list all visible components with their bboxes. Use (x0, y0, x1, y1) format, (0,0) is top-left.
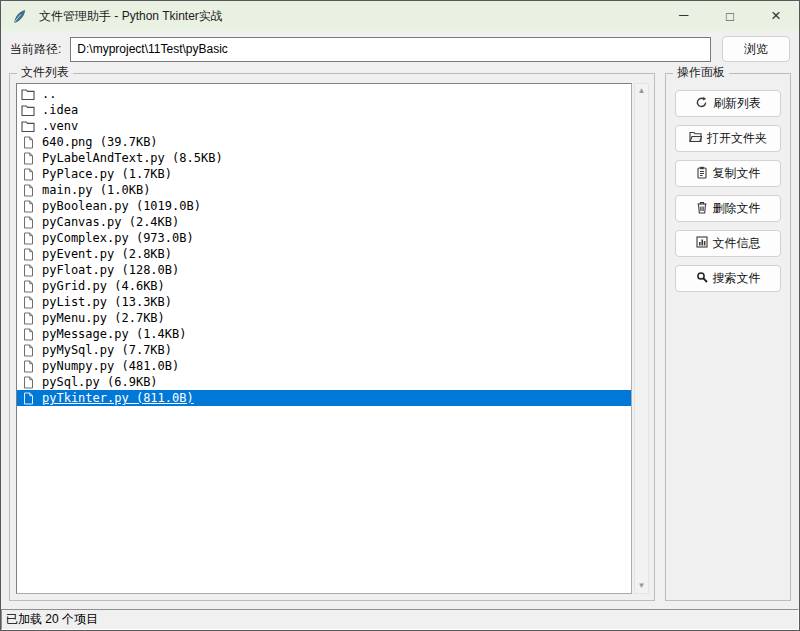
info-icon (696, 236, 708, 251)
file-icon (20, 136, 36, 149)
list-item-label: pyEvent.py (2.8KB) (42, 247, 172, 261)
list-item-label: .venv (42, 119, 78, 133)
file-icon (20, 296, 36, 309)
action-panel-title: 操作面板 (673, 65, 729, 80)
list-item-label: pyMenu.py (2.7KB) (42, 311, 165, 325)
file-icon (20, 216, 36, 229)
list-item[interactable]: pyBoolean.py (1019.0B) (17, 198, 631, 214)
path-input[interactable] (70, 37, 711, 62)
list-item-label: pyTkinter.py (811.0B) (42, 391, 194, 405)
list-item[interactable]: pyEvent.py (2.8KB) (17, 246, 631, 262)
minimize-button[interactable]: – (661, 1, 707, 31)
list-item[interactable]: .idea (17, 102, 631, 118)
action-panel-frame: 操作面板 刷新列表 打开文件夹 (665, 73, 791, 601)
refresh-icon (695, 96, 708, 112)
file-icon (20, 200, 36, 213)
main-content: 文件列表 ...idea.venv640.png (39.7KB)PyLabel… (9, 73, 791, 601)
list-item[interactable]: pyCanvas.py (2.4KB) (17, 214, 631, 230)
file-info-button[interactable]: 文件信息 (675, 230, 781, 257)
status-bar: 已加载 20 个项目 (1, 609, 799, 630)
maximize-button[interactable]: □ (707, 1, 753, 31)
python-feather-icon (12, 8, 28, 24)
window-controls: – □ × (661, 1, 799, 31)
file-icon (20, 232, 36, 245)
list-item-label: pyFloat.py (128.0B) (42, 263, 179, 277)
vertical-scrollbar[interactable]: ▲ ▼ (634, 83, 649, 594)
file-icon (20, 152, 36, 165)
list-item[interactable]: pyMySql.py (7.7KB) (17, 342, 631, 358)
file-icon (20, 264, 36, 277)
list-item-label: pyList.py (13.3KB) (42, 295, 172, 309)
file-icon (20, 168, 36, 181)
list-item[interactable]: pyMenu.py (2.7KB) (17, 310, 631, 326)
file-icon (20, 184, 36, 197)
search-file-button[interactable]: 搜索文件 (675, 265, 781, 292)
app-window: 文件管理助手 - Python Tkinter实战 – □ × 当前路径: 浏览… (0, 0, 800, 631)
list-item-label: PyPlace.py (1.7KB) (42, 167, 172, 181)
list-item-label: .. (42, 87, 56, 101)
list-item-label: pyBoolean.py (1019.0B) (42, 199, 201, 213)
list-item-label: pyCanvas.py (2.4KB) (42, 215, 179, 229)
list-item[interactable]: 640.png (39.7KB) (17, 134, 631, 150)
list-item[interactable]: pyGrid.py (4.6KB) (17, 278, 631, 294)
list-item-label: 640.png (39.7KB) (42, 135, 158, 149)
open-folder-icon (689, 131, 702, 146)
file-icon (20, 328, 36, 341)
list-item[interactable]: pyNumpy.py (481.0B) (17, 358, 631, 374)
list-item[interactable]: PyLabelAndText.py (8.5KB) (17, 150, 631, 166)
list-item-label: pyComplex.py (973.0B) (42, 231, 194, 245)
folder-icon (20, 104, 36, 117)
list-item-label: pyMySql.py (7.7KB) (42, 343, 172, 357)
folder-icon (20, 88, 36, 101)
file-icon (20, 392, 36, 405)
list-item[interactable]: .venv (17, 118, 631, 134)
list-item[interactable]: pyComplex.py (973.0B) (17, 230, 631, 246)
file-icon (20, 248, 36, 261)
file-icon (20, 360, 36, 373)
scroll-down-icon[interactable]: ▼ (638, 582, 646, 590)
delete-file-button[interactable]: 删除文件 (675, 195, 781, 222)
status-text: 已加载 20 个项目 (6, 611, 98, 628)
copy-icon (696, 166, 708, 182)
list-item[interactable]: pyList.py (13.3KB) (17, 294, 631, 310)
list-item-label: pyMessage.py (1.4KB) (42, 327, 187, 341)
path-label: 当前路径: (10, 41, 61, 58)
close-button[interactable]: × (753, 1, 799, 31)
list-item-label: main.py (1.0KB) (42, 183, 150, 197)
list-item[interactable]: PyPlace.py (1.7KB) (17, 166, 631, 182)
window-title: 文件管理助手 - Python Tkinter实战 (39, 8, 223, 25)
browse-button[interactable]: 浏览 (722, 36, 790, 62)
folder-icon (20, 120, 36, 133)
list-item-label: .idea (42, 103, 78, 117)
list-item[interactable]: main.py (1.0KB) (17, 182, 631, 198)
open-folder-button[interactable]: 打开文件夹 (675, 125, 781, 152)
file-icon (20, 312, 36, 325)
file-list-frame-title: 文件列表 (17, 65, 73, 80)
path-toolbar: 当前路径: 浏览 (1, 31, 799, 67)
list-item[interactable]: pySql.py (6.9KB) (17, 374, 631, 390)
scroll-up-icon[interactable]: ▲ (638, 87, 646, 95)
search-icon (696, 271, 708, 286)
list-item[interactable]: .. (17, 86, 631, 102)
copy-file-button[interactable]: 复制文件 (675, 160, 781, 187)
list-item-label: pyGrid.py (4.6KB) (42, 279, 165, 293)
delete-icon (696, 201, 708, 217)
refresh-list-button[interactable]: 刷新列表 (675, 90, 781, 117)
list-item[interactable]: pyTkinter.py (811.0B) (17, 390, 631, 406)
list-item[interactable]: pyMessage.py (1.4KB) (17, 326, 631, 342)
file-icon (20, 344, 36, 357)
list-item-label: PyLabelAndText.py (8.5KB) (42, 151, 223, 165)
file-list: ...idea.venv640.png (39.7KB)PyLabelAndTe… (16, 83, 632, 594)
list-item[interactable]: pyFloat.py (128.0B) (17, 262, 631, 278)
file-icon (20, 376, 36, 389)
list-item-label: pySql.py (6.9KB) (42, 375, 158, 389)
list-item-label: pyNumpy.py (481.0B) (42, 359, 179, 373)
titlebar[interactable]: 文件管理助手 - Python Tkinter实战 – □ × (1, 1, 799, 31)
file-icon (20, 280, 36, 293)
file-list-frame: 文件列表 ...idea.venv640.png (39.7KB)PyLabel… (9, 73, 655, 601)
